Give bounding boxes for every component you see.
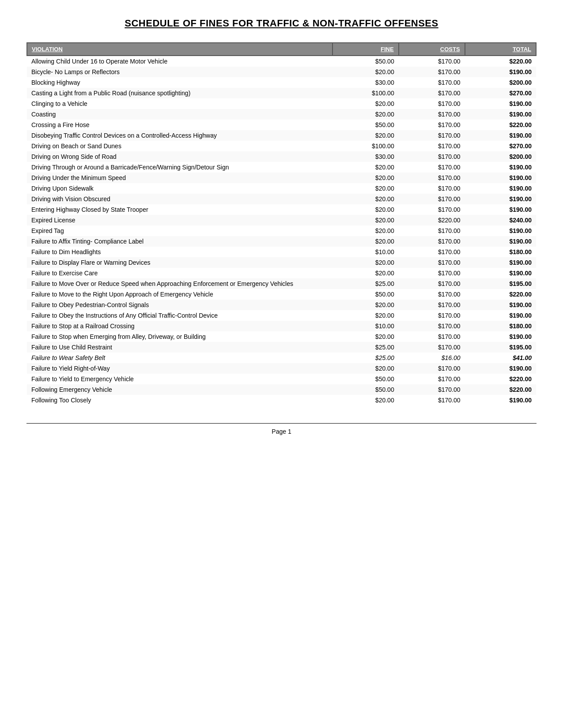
fine-cell: $100.00 bbox=[333, 88, 399, 98]
costs-cell: $170.00 bbox=[399, 204, 465, 215]
costs-cell: $170.00 bbox=[399, 98, 465, 109]
costs-cell: $170.00 bbox=[399, 56, 465, 67]
violation-cell: Allowing Child Under 16 to Operate Motor… bbox=[27, 56, 333, 67]
costs-cell: $170.00 bbox=[399, 310, 465, 321]
costs-cell: $170.00 bbox=[399, 363, 465, 374]
total-cell: $180.00 bbox=[465, 247, 536, 257]
violation-cell: Driving with Vision Obscured bbox=[27, 194, 333, 204]
table-row: Following Too Closely$20.00$170.00$190.0… bbox=[27, 395, 536, 405]
costs-cell: $170.00 bbox=[399, 130, 465, 141]
fine-cell: $20.00 bbox=[333, 225, 399, 236]
total-cell: $190.00 bbox=[465, 236, 536, 247]
costs-cell: $170.00 bbox=[399, 173, 465, 183]
col-header-costs: COSTS bbox=[399, 43, 465, 56]
violation-cell: Following Emergency Vehicle bbox=[27, 384, 333, 395]
violation-cell: Driving Under the Minimum Speed bbox=[27, 173, 333, 183]
costs-cell: $170.00 bbox=[399, 395, 465, 405]
fine-cell: $50.00 bbox=[333, 56, 399, 67]
violation-cell: Failure to Exercise Care bbox=[27, 268, 333, 278]
total-cell: $41.00 bbox=[465, 353, 536, 363]
total-cell: $190.00 bbox=[465, 331, 536, 342]
table-row: Blocking Highway$30.00$170.00$200.00 bbox=[27, 77, 536, 88]
costs-cell: $170.00 bbox=[399, 225, 465, 236]
table-row: Disobeying Traffic Control Devices on a … bbox=[27, 130, 536, 141]
fine-cell: $25.00 bbox=[333, 342, 399, 353]
table-row: Crossing a Fire Hose$50.00$170.00$220.00 bbox=[27, 120, 536, 130]
fine-cell: $20.00 bbox=[333, 395, 399, 405]
fine-cell: $100.00 bbox=[333, 141, 399, 151]
costs-cell: $170.00 bbox=[399, 162, 465, 173]
table-row: Failure to Wear Safety Belt$25.00$16.00$… bbox=[27, 353, 536, 363]
table-row: Following Emergency Vehicle$50.00$170.00… bbox=[27, 384, 536, 395]
fine-cell: $20.00 bbox=[333, 236, 399, 247]
costs-cell: $170.00 bbox=[399, 151, 465, 162]
total-cell: $220.00 bbox=[465, 374, 536, 384]
costs-cell: $170.00 bbox=[399, 278, 465, 289]
page-number: Page 1 bbox=[272, 428, 291, 435]
table-row: Driving with Vision Obscured$20.00$170.0… bbox=[27, 194, 536, 204]
violation-cell: Failure to Obey Pedestrian-Control Signa… bbox=[27, 300, 333, 310]
fine-cell: $20.00 bbox=[333, 183, 399, 194]
costs-cell: $170.00 bbox=[399, 384, 465, 395]
costs-cell: $16.00 bbox=[399, 353, 465, 363]
table-row: Failure to Use Child Restraint$25.00$170… bbox=[27, 342, 536, 353]
fine-cell: $30.00 bbox=[333, 77, 399, 88]
fine-cell: $20.00 bbox=[333, 257, 399, 268]
total-cell: $190.00 bbox=[465, 310, 536, 321]
fine-cell: $20.00 bbox=[333, 204, 399, 215]
total-cell: $195.00 bbox=[465, 342, 536, 353]
violation-cell: Failure to Dim Headlights bbox=[27, 247, 333, 257]
table-row: Failure to Affix Tinting- Compliance Lab… bbox=[27, 236, 536, 247]
table-row: Failure to Move to the Right Upon Approa… bbox=[27, 289, 536, 300]
total-cell: $200.00 bbox=[465, 151, 536, 162]
violation-cell: Driving Through or Around a Barricade/Fe… bbox=[27, 162, 333, 173]
total-cell: $190.00 bbox=[465, 395, 536, 405]
violation-cell: Failure to Move Over or Reduce Speed whe… bbox=[27, 278, 333, 289]
violation-cell: Expired Tag bbox=[27, 225, 333, 236]
fine-cell: $20.00 bbox=[333, 331, 399, 342]
violation-cell: Expired License bbox=[27, 215, 333, 225]
violation-cell: Driving on Wrong Side of Road bbox=[27, 151, 333, 162]
fine-cell: $20.00 bbox=[333, 173, 399, 183]
total-cell: $190.00 bbox=[465, 130, 536, 141]
page-footer: Page 1 bbox=[26, 423, 537, 435]
total-cell: $220.00 bbox=[465, 289, 536, 300]
table-row: Failure to Exercise Care$20.00$170.00$19… bbox=[27, 268, 536, 278]
table-row: Expired Tag$20.00$170.00$190.00 bbox=[27, 225, 536, 236]
violation-cell: Failure to Yield to Emergency Vehicle bbox=[27, 374, 333, 384]
costs-cell: $170.00 bbox=[399, 300, 465, 310]
table-row: Failure to Yield to Emergency Vehicle$50… bbox=[27, 374, 536, 384]
fine-cell: $30.00 bbox=[333, 151, 399, 162]
violation-cell: Failure to Yield Right-of-Way bbox=[27, 363, 333, 374]
violation-cell: Failure to Obey the Instructions of Any … bbox=[27, 310, 333, 321]
total-cell: $190.00 bbox=[465, 363, 536, 374]
table-row: Failure to Dim Headlights$10.00$170.00$1… bbox=[27, 247, 536, 257]
table-row: Entering Highway Closed by State Trooper… bbox=[27, 204, 536, 215]
fine-cell: $10.00 bbox=[333, 321, 399, 331]
costs-cell: $170.00 bbox=[399, 183, 465, 194]
total-cell: $270.00 bbox=[465, 88, 536, 98]
fine-cell: $25.00 bbox=[333, 353, 399, 363]
total-cell: $220.00 bbox=[465, 56, 536, 67]
fines-table: VIOLATION FINE COSTS TOTAL Allowing Chil… bbox=[26, 42, 537, 405]
costs-cell: $170.00 bbox=[399, 331, 465, 342]
costs-cell: $170.00 bbox=[399, 120, 465, 130]
table-row: Failure to Obey the Instructions of Any … bbox=[27, 310, 536, 321]
table-row: Failure to Move Over or Reduce Speed whe… bbox=[27, 278, 536, 289]
total-cell: $270.00 bbox=[465, 141, 536, 151]
table-row: Casting a Light from a Public Road (nuis… bbox=[27, 88, 536, 98]
total-cell: $190.00 bbox=[465, 183, 536, 194]
costs-cell: $170.00 bbox=[399, 257, 465, 268]
total-cell: $190.00 bbox=[465, 173, 536, 183]
table-row: Failure to Stop when Emerging from Alley… bbox=[27, 331, 536, 342]
table-row: Driving Under the Minimum Speed$20.00$17… bbox=[27, 173, 536, 183]
fine-cell: $50.00 bbox=[333, 120, 399, 130]
table-row: Failure to Display Flare or Warning Devi… bbox=[27, 257, 536, 268]
table-row: Failure to Yield Right-of-Way$20.00$170.… bbox=[27, 363, 536, 374]
violation-cell: Crossing a Fire Hose bbox=[27, 120, 333, 130]
total-cell: $190.00 bbox=[465, 109, 536, 120]
total-cell: $190.00 bbox=[465, 300, 536, 310]
costs-cell: $170.00 bbox=[399, 67, 465, 77]
fine-cell: $20.00 bbox=[333, 67, 399, 77]
costs-cell: $170.00 bbox=[399, 194, 465, 204]
